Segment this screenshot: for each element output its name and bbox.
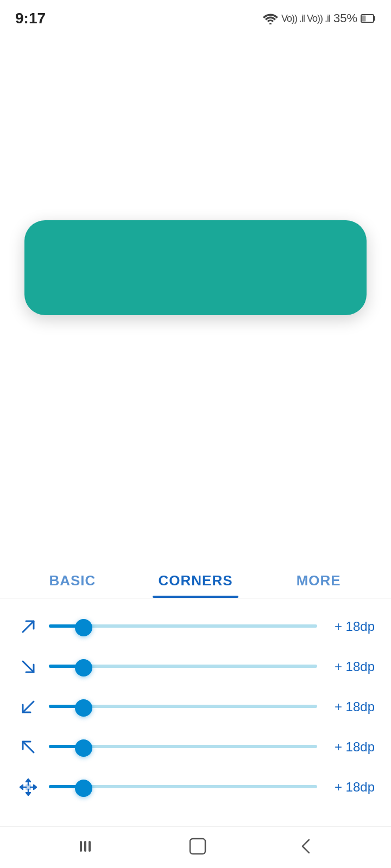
arrow-nw-icon [16, 735, 40, 759]
move-icon [16, 775, 40, 799]
svg-line-7 [23, 742, 34, 752]
arrow-sw-icon [16, 695, 40, 719]
tab-corners[interactable]: CORNERS [134, 572, 257, 598]
back-button[interactable] [298, 837, 313, 856]
svg-rect-2 [374, 16, 375, 21]
sliders-area: + 18dp + 18dp [0, 598, 391, 826]
wifi-icon [263, 12, 278, 24]
svg-line-6 [23, 701, 34, 712]
signal-icons: Vo)) .il Vo)) .il [281, 13, 330, 24]
status-icons: Vo)) .il Vo)) .il 35% [263, 11, 376, 25]
recent-button[interactable] [78, 839, 97, 854]
tab-basic[interactable]: BASIC [11, 572, 134, 598]
svg-rect-16 [190, 839, 205, 854]
slider-track-top-left[interactable] [49, 745, 317, 749]
tabs-container: BASIC CORNERS MORE [0, 563, 391, 598]
slider-track-bottom-right[interactable] [49, 665, 317, 669]
slider-value-top-left: + 18dp [326, 739, 375, 755]
arrow-se-icon [16, 655, 40, 679]
slider-value-bottom-left: + 18dp [326, 699, 375, 714]
slider-track-bottom-left[interactable] [49, 705, 317, 709]
preview-box [24, 220, 367, 315]
slider-value-bottom-right: + 18dp [326, 659, 375, 674]
home-button[interactable] [188, 837, 207, 856]
status-bar: 9:17 Vo)) .il Vo)) .il 35% [0, 0, 391, 30]
bottom-panel: BASIC CORNERS MORE + 18dp [0, 563, 391, 868]
svg-rect-3 [362, 16, 366, 22]
arrow-ne-icon [16, 615, 40, 639]
slider-row-bottom-right: + 18dp [16, 649, 375, 684]
slider-row-top-left: + 18dp [16, 730, 375, 764]
battery-icon [361, 14, 376, 23]
recent-icon [78, 839, 97, 854]
svg-rect-13 [80, 841, 82, 852]
status-time: 9:17 [15, 10, 46, 27]
slider-value-top-right: + 18dp [326, 619, 375, 634]
battery-text: 35% [333, 11, 357, 25]
tab-more[interactable]: MORE [257, 572, 380, 598]
slider-row-top-right: + 18dp [16, 609, 375, 644]
svg-rect-15 [89, 841, 91, 852]
slider-track-all-corners[interactable] [49, 785, 317, 789]
slider-row-bottom-left: + 18dp [16, 690, 375, 724]
svg-point-0 [269, 23, 272, 24]
slider-row-all-corners: + 18dp [16, 770, 375, 805]
svg-rect-14 [84, 841, 86, 852]
home-icon [188, 837, 207, 856]
preview-area [0, 188, 391, 337]
svg-line-4 [23, 621, 34, 632]
slider-value-all-corners: + 18dp [326, 780, 375, 795]
svg-line-5 [23, 661, 34, 672]
slider-track-top-right[interactable] [49, 624, 317, 629]
nav-bar [0, 826, 391, 868]
back-icon [298, 837, 313, 856]
